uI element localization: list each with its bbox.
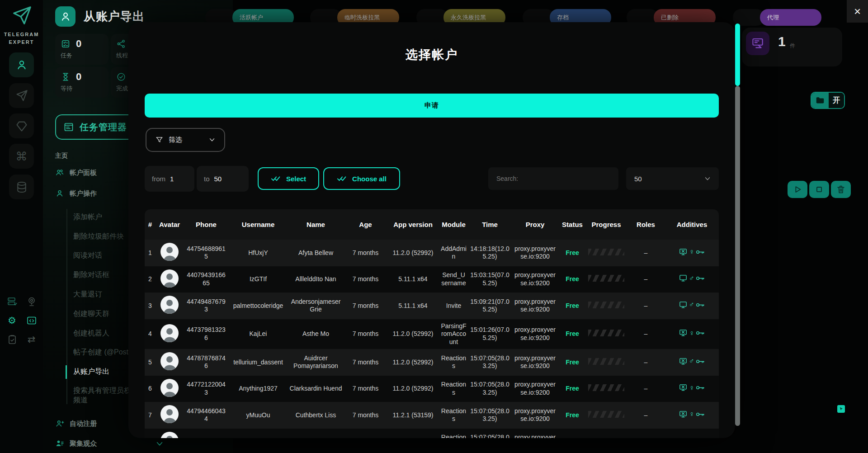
cell-num: 3: [145, 293, 156, 319]
stop-button[interactable]: [809, 181, 829, 198]
cell-phone: 4407943916665: [184, 266, 229, 293]
server-check-icon[interactable]: [7, 296, 18, 307]
table-header-cell: Username: [229, 209, 288, 240]
cell-name: Clarksardin Huend: [288, 376, 344, 402]
cell-progress: [586, 376, 627, 402]
apply-button[interactable]: 申请: [145, 94, 719, 118]
cell-num: 2: [145, 266, 156, 293]
cell-app-version: 11.2.0 (52992): [387, 376, 439, 402]
swap-icon[interactable]: ⇄: [26, 334, 37, 345]
monitor-x-icon: [679, 248, 688, 256]
scrollbar-track[interactable]: [735, 86, 740, 426]
cell-status: Free: [559, 376, 586, 402]
to-input[interactable]: to 50: [197, 166, 249, 192]
scrollbar-thumb[interactable]: [735, 24, 740, 86]
cell-proxy: proxy.proxyverse.io:9200: [511, 319, 559, 349]
table-row[interactable]: 1447546889615HfUxjYAfyta Bellew7 months1…: [145, 240, 719, 266]
double-check-icon: [271, 175, 282, 182]
cell-phone: 44744650553: [184, 429, 229, 439]
status-badge[interactable]: 代理: [760, 9, 821, 26]
monitor-icon: [679, 301, 688, 309]
search-input[interactable]: [496, 175, 610, 182]
rail-commands-button[interactable]: ⌘: [9, 144, 34, 169]
items-count-unit: 件: [790, 42, 795, 50]
progress-bar: [588, 275, 624, 282]
table-row[interactable]: 7447944660434yMuuOuCuthbertx Liss7 month…: [145, 402, 719, 429]
cell-progress: [586, 349, 627, 376]
cell-roles: –: [627, 376, 665, 402]
webcam-icon[interactable]: [26, 296, 37, 307]
task-action-buttons: [788, 181, 851, 198]
progress-bar: [588, 302, 624, 308]
table-row[interactable]: 6447721220043Anything1927Clarksardin Hue…: [145, 376, 719, 402]
key-icon: [696, 275, 705, 281]
cursor-badge[interactable]: [837, 405, 845, 413]
people-icon: [55, 168, 64, 177]
select-button[interactable]: Select: [258, 167, 319, 190]
table-row[interactable]: 3447494876793palmettocoleridgeAndersonja…: [145, 293, 719, 319]
cell-avatar: [156, 293, 184, 319]
cell-additives: ♂: [665, 349, 719, 376]
rail-database-button[interactable]: [9, 175, 34, 199]
clipboard-check-icon[interactable]: [7, 334, 18, 345]
code-window-icon[interactable]: [26, 315, 37, 326]
cell-phone: 447379813236: [184, 319, 229, 349]
chevron-down-icon: [704, 177, 711, 181]
table-row[interactable]: 4447379813236KajLeiAsthe Mo7 months11.2.…: [145, 319, 719, 349]
sidebar-item-accounts-panel[interactable]: 帐户面板: [55, 168, 97, 177]
choose-all-button[interactable]: Choose all: [323, 167, 400, 190]
chevron-down-icon[interactable]: [156, 441, 163, 447]
close-window-button[interactable]: ×: [847, 0, 868, 23]
cell-additives: ♀: [665, 376, 719, 402]
sidebar-item-auto-register[interactable]: 自动注册: [55, 419, 97, 428]
cell-progress: [586, 319, 627, 349]
male-icon: ♂: [689, 358, 694, 365]
rail-premium-button[interactable]: [9, 113, 34, 138]
sidebar-item-home[interactable]: 主页: [55, 152, 68, 160]
rail-accounts-button[interactable]: [9, 52, 34, 77]
cell-avatar: [156, 402, 184, 429]
rail-messages-button[interactable]: [9, 83, 34, 108]
cell-module: Reactions: [439, 429, 468, 439]
filter-dropdown[interactable]: 筛选: [146, 128, 225, 152]
tasks-icon: [61, 39, 71, 49]
search-box: [488, 167, 618, 190]
cell-progress: [586, 402, 627, 429]
cell-app-version: 11.2.0 (52992): [387, 319, 439, 349]
chevron-down-icon: [209, 138, 215, 142]
status-free: Free: [566, 411, 579, 419]
page-size-select[interactable]: 50: [626, 167, 719, 190]
sidebar-item-gather-audience[interactable]: 聚集观众: [55, 439, 97, 448]
accounts-table: #AvatarPhoneUsernameNameAgeApp versionMo…: [145, 209, 719, 438]
cell-status: Free: [559, 266, 586, 293]
table-row[interactable]: 24407943916665IzGTIfAlllelddIto Nan7 mon…: [145, 266, 719, 293]
person-icon: [55, 189, 64, 198]
gear-icon[interactable]: ⚙: [7, 315, 18, 326]
key-icon: [696, 359, 705, 364]
waiting-icon: [61, 72, 71, 82]
cell-roles: –: [627, 349, 665, 376]
table-header-cell: Phone: [184, 209, 229, 240]
table-row[interactable]: 5447878768746tellurium_dassentAuidrcer P…: [145, 349, 719, 376]
accounts-table-body: 1447546889615HfUxjYAfyta Bellew7 months1…: [145, 240, 719, 438]
avatar: [160, 405, 179, 423]
female-icon: ♀: [689, 411, 694, 418]
cell-avatar: [156, 376, 184, 402]
cell-app-version: 11.2.1 (53159): [387, 402, 439, 429]
cell-avatar: [156, 349, 184, 376]
open-folder-button[interactable]: 开: [811, 92, 845, 109]
play-button[interactable]: [788, 181, 807, 198]
delete-button[interactable]: [831, 181, 851, 198]
from-input[interactable]: from 1: [145, 166, 194, 192]
progress-bar: [588, 384, 624, 391]
table-header-cell: Avatar: [156, 209, 184, 240]
table-header-cell: App version: [387, 209, 439, 240]
sidebar-home-label: 主页: [55, 152, 68, 160]
monitor-x-icon: [679, 383, 688, 392]
table-row[interactable]: 844744650553unsaturationamaReactions15:0…: [145, 429, 719, 439]
cell-roles: –: [627, 266, 665, 293]
cell-proxy: proxy.proxyverse.io:9200: [511, 429, 559, 439]
sidebar-item-account-ops[interactable]: 帐户操作: [55, 189, 97, 198]
from-label: from: [152, 175, 165, 183]
cell-status: Free: [559, 402, 586, 429]
